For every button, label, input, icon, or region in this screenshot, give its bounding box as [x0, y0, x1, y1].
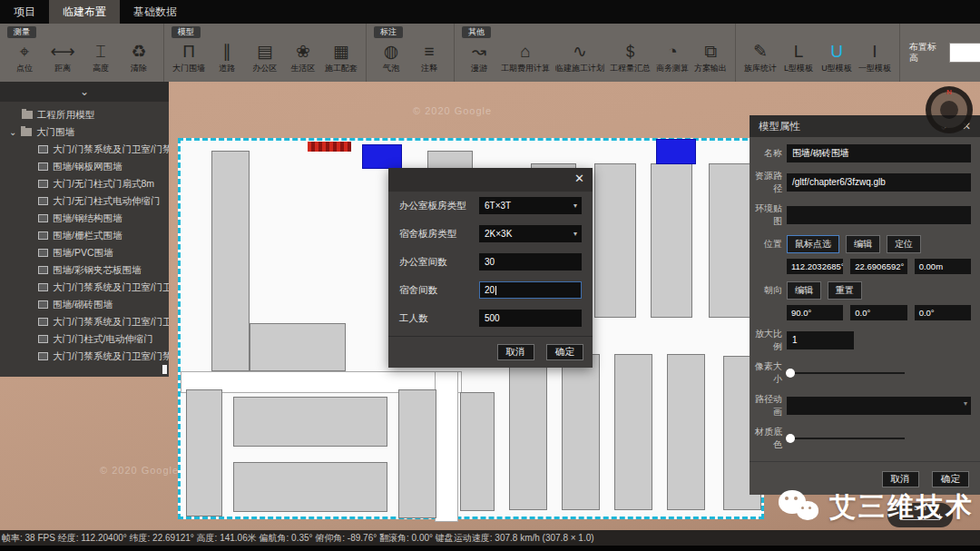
tree-item[interactable]: 围墙/砌砖围墙 [0, 296, 169, 313]
tree-item[interactable]: 大门/门禁系统及门卫室/门禁系统/ [0, 141, 169, 158]
panel-cancel-button[interactable]: 取消 [882, 471, 919, 487]
tree-item[interactable]: 大门/无门柱式电动伸缩门 [0, 192, 169, 210]
building[interactable] [233, 397, 387, 447]
menu-tab[interactable]: 临建布置 [49, 0, 120, 24]
menu-tab[interactable]: 项目 [0, 0, 49, 24]
building[interactable] [211, 151, 250, 371]
menu-tab[interactable]: 基础数据 [120, 0, 191, 24]
field-value: 500 [485, 313, 500, 323]
tool-plan-export[interactable]: ⧉方案输出 [691, 40, 730, 74]
building[interactable] [398, 389, 436, 518]
tool-living-area[interactable]: ❀生活区 [284, 40, 322, 74]
tool-office-area[interactable]: ▤办公区 [246, 40, 284, 74]
map-credit: © 2020 Google [100, 465, 179, 476]
building[interactable] [594, 163, 636, 318]
panel-ok-button[interactable]: 确定 [932, 471, 969, 487]
orientation-reset-button[interactable]: 重置 [828, 281, 862, 300]
tree-item[interactable]: 大门/无门柱式门扇式8m [0, 175, 169, 192]
elevation-input[interactable] [949, 43, 980, 63]
dialog-cancel-button[interactable]: 取消 [497, 344, 534, 360]
tree-item[interactable]: 大门/门禁系统及门卫室/门卫室/保 [0, 313, 169, 330]
tool-height[interactable]: ⌶高度 [82, 40, 120, 74]
tool-business-calc[interactable]: ◔商务测算 [653, 40, 691, 74]
tool-u-template[interactable]: UU型模板 [818, 40, 856, 74]
building[interactable] [651, 163, 692, 318]
tool-label: L型模板 [784, 63, 813, 74]
longitude-field[interactable]: 112.2032685° [787, 259, 843, 274]
fence-marker[interactable] [308, 142, 351, 152]
select-field[interactable]: 2K×3K▾ [479, 225, 582, 242]
compass-widget[interactable]: N [926, 86, 973, 133]
dialog-ok-button[interactable]: 确定 [546, 344, 583, 360]
gate-marker[interactable] [362, 144, 402, 169]
building[interactable] [460, 392, 495, 511]
name-field[interactable]: 围墙/砌砖围墙 [787, 144, 971, 162]
altitude-field[interactable]: 0.00m [915, 259, 971, 274]
tree-item[interactable]: 大门/门禁系统及门卫室/门禁系统/ [0, 348, 169, 365]
input-field[interactable]: 30 [479, 253, 582, 271]
tree-item[interactable]: 大门/门禁系统及门卫室/门卫室/保 [0, 279, 169, 296]
building[interactable] [233, 462, 387, 512]
tool-construction-support[interactable]: ▦施工配套 [322, 40, 360, 74]
building[interactable] [709, 163, 750, 318]
tree-folder[interactable]: ⌄大门围墙 [0, 123, 169, 141]
building[interactable] [250, 323, 346, 371]
sidebar-collapse-bar[interactable]: ⌄ [0, 82, 169, 102]
tree-item[interactable]: 围墙/PVC围墙 [0, 244, 169, 261]
tool-construction-plan[interactable]: ∿临建施工计划 [553, 40, 607, 74]
mouse-pick-button[interactable]: 鼠标点选 [787, 235, 839, 253]
env-map-field[interactable] [787, 206, 971, 224]
scale-field[interactable]: 1 [787, 331, 854, 349]
tree-item[interactable]: 围墙/钢板网围墙 [0, 158, 169, 175]
tool-label: 气泡 [383, 63, 399, 74]
orientation-edit-button[interactable]: 编辑 [787, 281, 821, 300]
roll-field[interactable]: 0.0° [915, 305, 971, 320]
tree-item[interactable]: 围墙/栅栏式围墙 [0, 227, 169, 244]
close-icon[interactable]: ✕ [574, 172, 584, 185]
tool-quantity-summary[interactable]: ＄工程量汇总 [607, 40, 653, 74]
scrollbar-thumb[interactable] [162, 365, 167, 374]
tool-note[interactable]: ≡注释 [410, 40, 448, 74]
tree-item-label: 围墙/钢结构围墙 [53, 212, 122, 225]
tree-folder[interactable]: 工程所用模型 [0, 106, 169, 123]
building[interactable] [186, 389, 222, 517]
file-icon [38, 180, 48, 188]
locate-button[interactable]: 定位 [887, 235, 921, 253]
group-badge: 标注 [374, 26, 403, 38]
resource-path-field[interactable]: /gltf/chapter6/3fzwq.glb [787, 173, 971, 192]
gate-marker[interactable] [656, 139, 696, 164]
tool-distance[interactable]: ⟷距离 [44, 40, 82, 74]
tool-bubble[interactable]: ◍气泡 [372, 40, 410, 74]
pixel-size-slider[interactable] [787, 372, 905, 374]
latitude-field[interactable]: 22.6906592° [850, 259, 906, 274]
building[interactable] [562, 354, 600, 510]
heading-field[interactable]: 90.0° [787, 305, 843, 320]
input-field[interactable]: 500 [479, 310, 582, 327]
input-field[interactable]: 20 [479, 281, 582, 299]
building[interactable] [509, 354, 547, 510]
road-icon: ∥ [222, 40, 231, 63]
tool-schedule-cost[interactable]: ⌂工期费用计算 [498, 40, 553, 74]
tool-point[interactable]: ⌖点位 [5, 40, 44, 74]
tree-item[interactable]: 大门/门柱式/电动伸缩门 [0, 330, 169, 348]
tool-roam[interactable]: ↝漫游 [460, 40, 498, 74]
select-field[interactable]: 6T×3T▾ [479, 197, 582, 214]
tool-gate-wall[interactable]: Π大门围墙 [170, 40, 208, 74]
tool-i-template[interactable]: I一型模板 [856, 40, 894, 74]
building[interactable] [614, 354, 652, 510]
tool-family-stats[interactable]: ✎族库统计 [741, 40, 779, 74]
tree-item[interactable]: 围墙/钢结构围墙 [0, 210, 169, 227]
path-animation-select[interactable]: ▾ [787, 397, 971, 415]
pitch-field[interactable]: 0.0° [850, 305, 906, 320]
building[interactable] [667, 354, 705, 510]
quantity-summary-icon: ＄ [622, 40, 639, 63]
wechat-icon [779, 488, 822, 526]
tool-l-template[interactable]: LL型模板 [779, 40, 818, 74]
tree-item[interactable]: 围墙/彩钢夹芯板围墙 [0, 261, 169, 279]
tool-label: 族库统计 [744, 63, 777, 74]
tree-item-label: 大门/门柱式/电动伸缩门 [53, 333, 153, 346]
position-edit-button[interactable]: 编辑 [846, 235, 880, 253]
tool-clear[interactable]: ♻清除 [120, 40, 158, 74]
material-color-slider[interactable] [787, 438, 905, 439]
tool-road[interactable]: ∥道路 [208, 40, 246, 74]
